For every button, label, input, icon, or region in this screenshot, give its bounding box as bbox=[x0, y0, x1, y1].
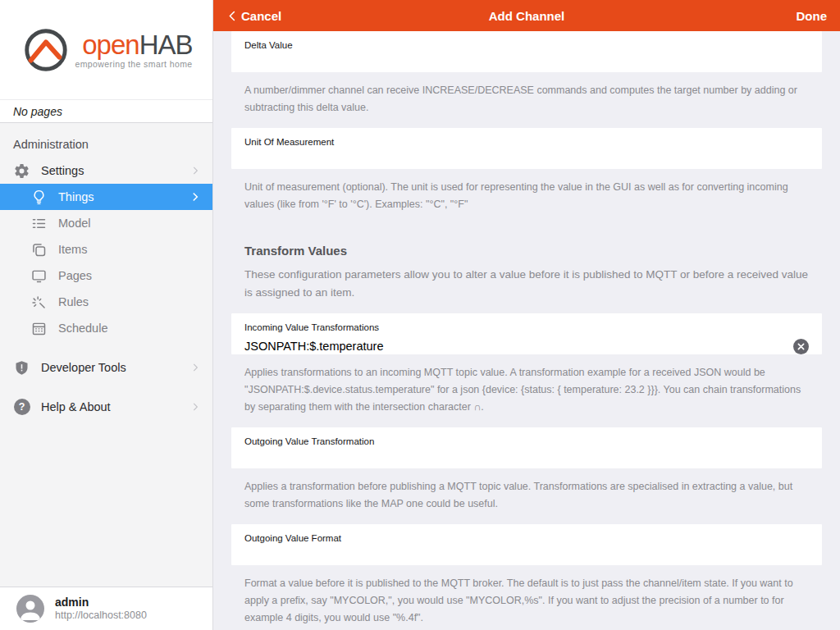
field-label: Unit Of Measurement bbox=[244, 137, 809, 148]
user-panel[interactable]: admin http://localhost:8080 bbox=[0, 587, 212, 630]
incoming-value-transformations-input[interactable]: JSONPATH:$.temperature bbox=[244, 340, 384, 353]
server-url: http://localhost:8080 bbox=[55, 609, 147, 622]
field-label: Outgoing Value Format bbox=[244, 533, 809, 544]
chevron-right-icon bbox=[189, 191, 201, 203]
openhab-logo-icon bbox=[20, 25, 71, 75]
chevron-left-icon bbox=[226, 10, 239, 22]
sparkle-icon bbox=[30, 294, 48, 311]
sidebar-item-label: Rules bbox=[58, 295, 89, 308]
field-description: Applies transformations to an incoming M… bbox=[231, 364, 822, 416]
sidebar: openHAB empowering the smart home No pag… bbox=[0, 0, 213, 630]
sidebar-item-label: Pages bbox=[58, 269, 92, 282]
field-description: Unit of measurement (optional). The unit… bbox=[231, 179, 822, 213]
administration-section-title: Administration bbox=[0, 138, 212, 151]
copy-squares-icon bbox=[30, 241, 48, 258]
sidebar-item-things[interactable]: Things bbox=[0, 184, 212, 210]
sidebar-item-label: Schedule bbox=[58, 322, 107, 335]
sidebar-item-label: Help & About bbox=[41, 400, 111, 413]
sidebar-item-developer-tools[interactable]: Developer Tools bbox=[0, 354, 212, 381]
logo-panel: openHAB empowering the smart home bbox=[0, 0, 212, 99]
field-description: A number/dimmer channel can receive INCR… bbox=[231, 82, 822, 116]
navbar: Cancel Add Channel Done bbox=[213, 0, 840, 31]
field-description: Applies a transformation before publishi… bbox=[231, 478, 822, 513]
chevron-right-icon bbox=[189, 401, 201, 413]
section-title-transform-values: Transform Values bbox=[231, 243, 822, 259]
sidebar-item-help-about[interactable]: ? Help & About bbox=[0, 394, 212, 420]
chevron-right-icon bbox=[189, 165, 201, 176]
calendar-icon bbox=[30, 320, 48, 337]
field-incoming-value-transformations[interactable]: Incoming Value Transformations JSONPATH:… bbox=[231, 313, 822, 354]
user-name: admin bbox=[55, 596, 147, 609]
model-tree-icon bbox=[30, 215, 48, 232]
lightbulb-icon bbox=[30, 189, 48, 206]
field-description: Format a value before it is published to… bbox=[231, 575, 822, 627]
chevron-right-icon bbox=[189, 362, 201, 373]
avatar bbox=[16, 595, 44, 623]
section-description: These configuration parameters allow you… bbox=[231, 266, 822, 302]
monitor-icon bbox=[30, 267, 48, 285]
sidebar-item-rules[interactable]: Rules bbox=[0, 289, 212, 315]
shield-exclamation-icon bbox=[13, 359, 30, 377]
sidebar-item-settings[interactable]: Settings bbox=[0, 158, 212, 184]
field-delta-value[interactable]: Delta Value bbox=[231, 31, 822, 72]
main-panel: Cancel Add Channel Done Delta Value A nu… bbox=[213, 0, 840, 630]
cancel-button[interactable]: Cancel bbox=[226, 9, 281, 23]
field-outgoing-value-format[interactable]: Outgoing Value Format bbox=[231, 524, 822, 565]
sidebar-menu: Administration Settings Things Model bbox=[0, 123, 212, 587]
sidebar-item-schedule[interactable]: Schedule bbox=[0, 315, 212, 341]
brand-text: openHAB bbox=[82, 31, 192, 58]
openhab-logo: openHAB empowering the smart home bbox=[20, 25, 192, 75]
field-label: Incoming Value Transformations bbox=[244, 322, 809, 333]
sidebar-item-pages[interactable]: Pages bbox=[0, 262, 212, 289]
brand-tagline: empowering the smart home bbox=[75, 59, 192, 69]
menu-spacer bbox=[0, 341, 212, 354]
done-button[interactable]: Done bbox=[797, 9, 828, 23]
question-circle-icon: ? bbox=[13, 399, 30, 416]
form-content: Delta Value A number/dimmer channel can … bbox=[213, 31, 840, 630]
menu-spacer bbox=[0, 381, 212, 394]
sidebar-item-items[interactable]: Items bbox=[0, 236, 212, 262]
field-outgoing-value-transformation[interactable]: Outgoing Value Transformation bbox=[231, 427, 822, 468]
gear-icon bbox=[13, 162, 30, 180]
sidebar-item-label: Model bbox=[58, 217, 91, 230]
field-unit-of-measurement[interactable]: Unit Of Measurement bbox=[231, 128, 822, 169]
clear-input-icon[interactable] bbox=[793, 339, 809, 354]
page-title: Add Channel bbox=[489, 9, 565, 23]
sidebar-item-model[interactable]: Model bbox=[0, 210, 212, 236]
sidebar-item-label: Items bbox=[58, 243, 87, 256]
sidebar-item-label: Things bbox=[58, 190, 94, 203]
sidebar-item-label: Developer Tools bbox=[41, 361, 126, 374]
no-pages-label: No pages bbox=[0, 99, 212, 123]
field-label: Delta Value bbox=[244, 40, 809, 51]
sidebar-item-label: Settings bbox=[41, 164, 84, 177]
field-label: Outgoing Value Transformation bbox=[244, 436, 809, 447]
